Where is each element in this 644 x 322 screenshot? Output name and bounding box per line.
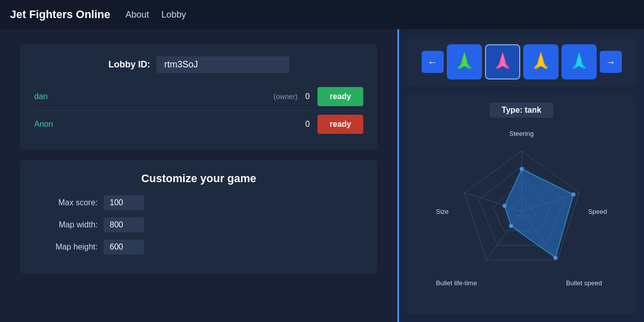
plane-button-yellow[interactable] [523,44,558,79]
stats-panel: Type: tank .grid-line { stroke: #3a4a6a;… [407,95,636,314]
svg-marker-3 [498,52,508,69]
svg-point-24 [553,256,557,260]
ready-button-anon[interactable]: ready [317,115,363,134]
player-role-dan: (owner) [274,93,297,101]
svg-marker-0 [459,52,469,69]
table-row: Anon 0 ready [32,111,365,138]
max-score-row: Max score: [32,195,365,210]
left-panel: Lobby ID: dan (owner) 0 ready Anon 0 rea… [0,29,397,322]
player-name-anon: Anon [34,120,294,129]
svg-point-25 [509,224,513,228]
label-bullet-speed: Bullet speed [566,279,602,287]
svg-marker-9 [574,52,584,69]
right-panel: ← [397,29,644,322]
plane-selector: ← [407,37,636,87]
type-badge: Type: tank [490,103,553,118]
player-score-anon: 0 [297,120,317,129]
map-height-input[interactable] [104,239,144,255]
map-width-label: Map width: [32,220,98,229]
customize-card: Customize your game Max score: Map width… [20,160,377,274]
map-height-row: Map height: [32,239,365,255]
map-width-input[interactable] [104,217,144,232]
map-width-row: Map width: [32,217,365,232]
customize-title: Customize your game [32,172,365,185]
plane-button-teal[interactable] [561,44,597,79]
radar-chart: .grid-line { stroke: #3a4a6a; stroke-wid… [436,126,607,297]
ready-button-dan[interactable]: ready [317,87,363,106]
label-bullet-lifetime: Bullet life-time [436,279,477,287]
plane-button-pink[interactable] [485,44,520,79]
svg-marker-21 [504,169,573,258]
app-title: Jet Fighters Online [10,8,110,21]
label-steering: Steering [509,130,533,137]
lobby-id-row: Lobby ID: [32,56,365,73]
label-speed: Speed [588,208,607,215]
lobby-card: Lobby ID: dan (owner) 0 ready Anon 0 rea… [20,44,377,150]
svg-point-23 [571,193,575,197]
max-score-input[interactable] [104,195,144,210]
lobby-id-input[interactable] [156,56,289,73]
plane-button-green[interactable] [447,44,482,79]
max-score-label: Max score: [32,198,98,207]
svg-point-22 [520,167,524,171]
next-plane-button[interactable]: → [600,51,622,73]
nav-about[interactable]: About [125,10,149,20]
label-size: Size [436,208,449,215]
svg-point-26 [502,204,506,208]
main-content: Lobby ID: dan (owner) 0 ready Anon 0 rea… [0,29,644,322]
player-name-dan: dan [34,92,271,101]
lobby-id-label: Lobby ID: [109,59,150,70]
player-score-dan: 0 [297,92,317,101]
header: Jet Fighters Online About Lobby [0,0,644,29]
table-row: dan (owner) 0 ready [32,83,365,111]
nav-lobby[interactable]: Lobby [162,10,186,20]
map-height-label: Map height: [32,243,98,252]
main-nav: About Lobby [125,10,196,20]
svg-marker-6 [536,52,546,69]
prev-plane-button[interactable]: ← [422,51,444,73]
